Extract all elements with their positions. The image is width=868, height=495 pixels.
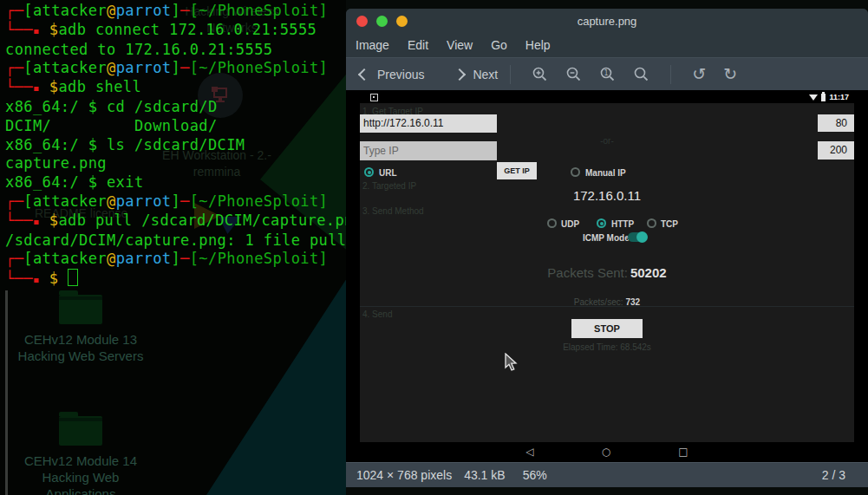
- menu-edit[interactable]: Edit: [406, 36, 430, 54]
- terminal-text: [attacker: [23, 2, 107, 19]
- image-canvas[interactable]: 11:17 1. Get Target IP http://172.16.0.1…: [346, 90, 868, 462]
- terminal-line: connected to 172.16.0.21:5555: [5, 41, 346, 60]
- terminal-line: x86_64:/ $ cd /sdcard/D: [5, 98, 346, 117]
- chevron-right-icon: [454, 68, 466, 80]
- toolbar: Previous Next: [346, 57, 868, 90]
- image-page-indicator: 2 / 3: [822, 468, 845, 482]
- menu-help[interactable]: Help: [524, 36, 552, 54]
- terminal-text: └──: [5, 212, 33, 229]
- toolbar-separator: [670, 65, 671, 84]
- terminal-text: @: [107, 59, 116, 76]
- terminal-text: ┌─: [5, 2, 23, 19]
- battery-icon: [821, 94, 826, 101]
- terminal-text: ▪: [33, 215, 40, 228]
- terminal-text: ┌─: [5, 250, 23, 267]
- terminal-text: $: [49, 212, 59, 229]
- next-button[interactable]: Next: [455, 68, 498, 81]
- folder-icon-module14[interactable]: [59, 416, 102, 446]
- terminal-line: ┌─[attacker@parrot]─[~/PhoneSploit]: [5, 250, 346, 269]
- menu-go[interactable]: Go: [489, 36, 509, 54]
- desktop-left: Hacking Wireless Networks EH Workstation…: [0, 0, 346, 495]
- zoom-out-button[interactable]: [565, 66, 582, 82]
- terminal-text: ┌─: [5, 59, 23, 76]
- rotate-right-button[interactable]: ↻: [723, 66, 737, 82]
- terminal[interactable]: ┌─[attacker@parrot]─[~/PhoneSploit]└──▪ …: [0, 0, 346, 348]
- terminal-text: x86_64:/ $ cd /sdcard/D: [5, 98, 218, 115]
- menu-image[interactable]: Image: [354, 36, 391, 54]
- terminal-line: └──▪ $adb shell: [5, 78, 346, 98]
- toolbar-separator: [510, 65, 511, 84]
- radio-tcp: [647, 218, 656, 228]
- displayed-image-capture: 11:17 1. Get Target IP http://172.16.0.1…: [360, 91, 854, 460]
- terminal-text: └──: [5, 78, 33, 95]
- wifi-icon: [809, 94, 818, 101]
- zoom-in-button[interactable]: [532, 66, 548, 82]
- folder-label-module14: CEHv12 Module 14 Hacking Web Application…: [16, 453, 146, 495]
- android-recents-icon: □: [678, 446, 688, 457]
- android-navbar: ◁ ○ □: [360, 442, 854, 460]
- terminal-text: /sdcard/DCIM/capture.png: 1 file pulled: [5, 231, 346, 249]
- terminal-text: [40, 21, 49, 38]
- titlebar[interactable]: capture.png: [346, 9, 868, 33]
- zoom-level: 56%: [523, 468, 547, 482]
- section-label-send-method: 3. Send Method: [362, 206, 424, 216]
- terminal-text: $: [49, 21, 59, 38]
- rotate-left-button[interactable]: ↺: [692, 66, 706, 82]
- terminal-text: [attacker: [23, 59, 107, 76]
- radio-udp-label: UDP: [561, 219, 579, 229]
- zoom-out-icon: [565, 66, 582, 82]
- menu-view[interactable]: View: [445, 36, 474, 54]
- terminal-text: ▪: [33, 81, 40, 94]
- terminal-line: └──▪ $: [5, 269, 346, 290]
- get-ip-button: GET IP: [497, 162, 537, 179]
- terminal-output: ┌─[attacker@parrot]─[~/PhoneSploit]└──▪ …: [5, 2, 346, 290]
- radio-http: [597, 218, 606, 228]
- icmp-toggle: [628, 232, 647, 242]
- zoom-fit-button[interactable]: [633, 66, 649, 82]
- android-home-icon: ○: [602, 446, 610, 457]
- terminal-text: ─: [180, 192, 190, 210]
- terminal-text: ─: [180, 2, 190, 19]
- terminal-text: adb shell: [58, 78, 141, 95]
- terminal-text: ─: [180, 250, 190, 267]
- android-back-icon: ◁: [525, 446, 533, 457]
- terminal-text: [~/PhoneSploit]: [190, 2, 329, 19]
- terminal-text: ]: [171, 250, 180, 267]
- zoom-original-button[interactable]: 1: [599, 66, 616, 82]
- terminal-cursor: [68, 269, 78, 286]
- terminal-line: /sdcard/DCIM/capture.png: 1 file pulled: [5, 231, 346, 251]
- terminal-text: parrot: [116, 59, 172, 76]
- image-filesize: 43.1 kB: [464, 468, 505, 482]
- type-ip-input: Type IP: [360, 141, 497, 160]
- zoom-original-icon: 1: [599, 66, 616, 82]
- terminal-text: @: [107, 2, 116, 19]
- terminal-text: └──: [5, 21, 33, 38]
- terminal-text: [~/PhoneSploit]: [190, 59, 329, 76]
- terminal-text: ▪: [33, 24, 40, 37]
- terminal-text: [~/PhoneSploit]: [190, 250, 329, 267]
- terminal-text: parrot: [116, 2, 172, 19]
- terminal-text: connected to 172.16.0.21:5555: [5, 41, 272, 58]
- stop-button: STOP: [571, 319, 643, 338]
- terminal-line: ┌─[attacker@parrot]─[~/PhoneSploit]: [5, 192, 346, 212]
- terminal-line: └──▪ $adb connect 172.16.0.21:5555: [5, 21, 346, 41]
- terminal-text: parrot: [116, 250, 172, 267]
- radio-udp: [547, 218, 557, 228]
- url-input: http://172.16.0.11: [360, 114, 497, 133]
- terminal-text: capture.png: [5, 154, 107, 172]
- terminal-text: adb pull /sdcard/DCIM/capture.png: [58, 212, 346, 229]
- image-viewer-window: capture.png Image Edit View Go Help Prev…: [346, 9, 868, 487]
- zoom-fit-icon: [633, 66, 649, 82]
- port-input-200: 200: [818, 141, 854, 160]
- terminal-text: ─: [180, 59, 190, 76]
- terminal-text: DCIM/ Download/: [5, 117, 218, 134]
- terminal-text: ▪: [33, 273, 40, 286]
- previous-button[interactable]: Previous: [360, 68, 424, 81]
- terminal-text: [~/PhoneSploit]: [190, 192, 329, 210]
- terminal-text: [40, 212, 49, 229]
- terminal-line: x86_64:/ $ exit: [5, 173, 346, 192]
- terminal-text: [attacker: [23, 250, 107, 267]
- svg-text:1: 1: [604, 69, 609, 77]
- terminal-text: $: [49, 78, 59, 95]
- terminal-text: parrot: [116, 192, 172, 210]
